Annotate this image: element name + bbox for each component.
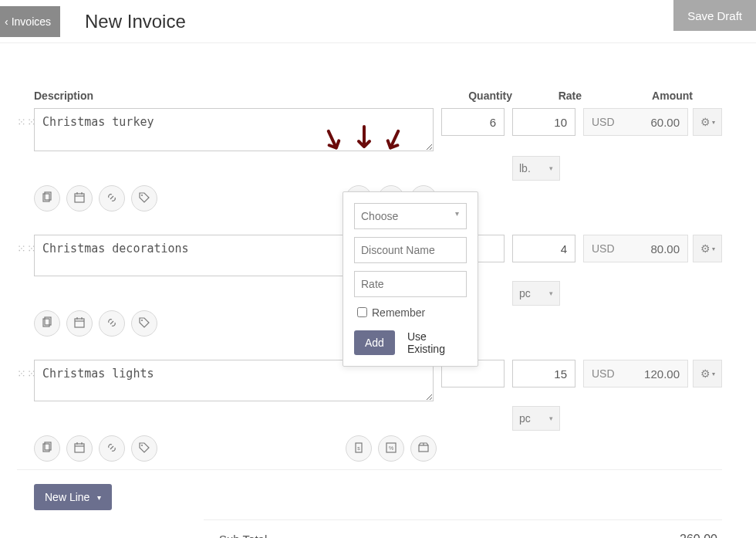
tag-button[interactable] <box>131 435 157 462</box>
svg-text:$: $ <box>357 446 360 451</box>
link-icon <box>106 316 118 331</box>
remember-checkbox-label[interactable]: Remember <box>354 305 467 320</box>
svg-point-28 <box>141 445 143 446</box>
unit-select[interactable]: pc ▾ <box>512 406 560 431</box>
use-existing-link[interactable]: Use Existing <box>407 330 467 355</box>
svg-rect-15 <box>75 319 84 327</box>
receipt-icon: $ <box>353 442 365 456</box>
duplicate-line-button[interactable] <box>34 185 60 211</box>
calendar-icon <box>73 191 86 206</box>
link-button[interactable] <box>99 185 125 211</box>
unit-select[interactable]: lb. ▾ <box>512 156 560 181</box>
tag-icon <box>138 316 150 331</box>
date-button[interactable] <box>66 435 93 462</box>
drag-handle-icon[interactable]: ⁙⁙ <box>17 360 34 380</box>
caret-down-icon: ▾ <box>712 119 715 126</box>
rate-input[interactable] <box>512 360 575 387</box>
col-header-quantity: Quantity <box>449 90 512 102</box>
tag-button[interactable] <box>131 310 157 337</box>
rate-input[interactable] <box>512 235 575 262</box>
remember-text: Remember <box>372 306 425 319</box>
link-button[interactable] <box>99 310 125 337</box>
svg-rect-24 <box>75 444 84 452</box>
new-line-button[interactable]: New Line ▾ <box>34 484 112 510</box>
amount-value: 60.00 <box>650 116 680 129</box>
copy-icon <box>41 316 53 331</box>
caret-down-icon: ▾ <box>549 414 553 422</box>
caret-down-icon: ▾ <box>712 245 715 252</box>
unit-value: pc <box>519 287 531 299</box>
currency-label: USD <box>592 116 615 128</box>
svg-point-6 <box>141 195 143 196</box>
rate-input[interactable] <box>512 108 575 136</box>
caret-down-icon: ▾ <box>455 209 459 218</box>
col-header-rate: Rate <box>518 90 582 102</box>
box-icon <box>417 442 430 456</box>
amount-display: USD 120.00 <box>583 360 688 387</box>
currency-label: USD <box>592 367 615 380</box>
remember-checkbox[interactable] <box>357 307 367 317</box>
chevron-left-icon: ‹ <box>5 15 8 28</box>
caret-down-icon: ▾ <box>549 164 553 172</box>
svg-rect-2 <box>75 194 84 202</box>
description-input[interactable] <box>34 108 434 151</box>
amount-value: 120.00 <box>644 367 680 381</box>
calendar-icon <box>73 442 86 456</box>
col-header-amount: Amount <box>588 90 693 102</box>
col-header-description: Description <box>34 90 449 102</box>
line-settings-button[interactable]: ⚙▾ <box>693 235 722 262</box>
unit-value: lb. <box>519 162 531 174</box>
shipping-button[interactable] <box>410 435 437 462</box>
discount-name-input[interactable] <box>354 237 467 263</box>
tag-icon <box>138 191 150 206</box>
duplicate-line-button[interactable] <box>34 310 60 337</box>
line-settings-button[interactable]: ⚙▾ <box>693 360 722 387</box>
caret-down-icon: ▾ <box>549 289 553 297</box>
back-invoices-button[interactable]: ‹ Invoices <box>0 6 60 37</box>
tag-button[interactable] <box>131 185 157 211</box>
copy-icon <box>41 191 53 206</box>
amount-value: 80.00 <box>650 242 680 255</box>
unit-select[interactable]: pc ▾ <box>512 281 560 306</box>
calendar-icon <box>73 316 86 331</box>
link-icon <box>106 191 118 206</box>
copy-icon <box>41 442 53 456</box>
unit-value: pc <box>519 412 531 425</box>
svg-point-19 <box>141 320 143 321</box>
save-draft-button[interactable]: Save Draft <box>673 0 756 31</box>
page-title: New Invoice <box>85 11 186 32</box>
discount-rate-input[interactable] <box>354 271 467 297</box>
svg-rect-33 <box>419 445 428 452</box>
link-button[interactable] <box>99 435 125 462</box>
date-button[interactable] <box>66 185 93 211</box>
annotation-arrow-icon <box>355 125 373 158</box>
currency-label: USD <box>592 242 615 255</box>
back-label: Invoices <box>12 15 51 28</box>
gear-icon: ⚙ <box>700 242 710 255</box>
subtotal-button[interactable]: $ <box>346 435 372 462</box>
tag-icon <box>138 442 150 456</box>
svg-text:%: % <box>389 445 393 451</box>
amount-display: USD 60.00 <box>583 108 688 136</box>
date-button[interactable] <box>66 310 93 337</box>
subtotal-value: 260.00 <box>680 533 717 539</box>
caret-down-icon: ▾ <box>97 493 101 502</box>
drag-handle-icon[interactable]: ⁙⁙ <box>17 108 34 128</box>
percent-icon: % <box>385 442 397 456</box>
gear-icon: ⚙ <box>700 367 710 380</box>
caret-down-icon: ▾ <box>712 371 715 377</box>
new-line-label: New Line <box>45 491 89 503</box>
line-settings-button[interactable]: ⚙▾ <box>693 108 722 136</box>
subtotal-label: Sub Total <box>219 533 680 538</box>
amount-display: USD 80.00 <box>583 235 688 262</box>
duplicate-line-button[interactable] <box>34 435 60 462</box>
discount-popover: ▾ Remember Add Use Existing <box>343 191 478 367</box>
discount-button[interactable]: % <box>378 435 404 462</box>
drag-handle-icon[interactable]: ⁙⁙ <box>17 235 34 255</box>
discount-choose-select[interactable] <box>354 203 467 229</box>
gear-icon: ⚙ <box>700 116 710 128</box>
quantity-input[interactable] <box>441 108 505 136</box>
discount-add-button[interactable]: Add <box>354 330 395 355</box>
link-icon <box>106 442 118 456</box>
